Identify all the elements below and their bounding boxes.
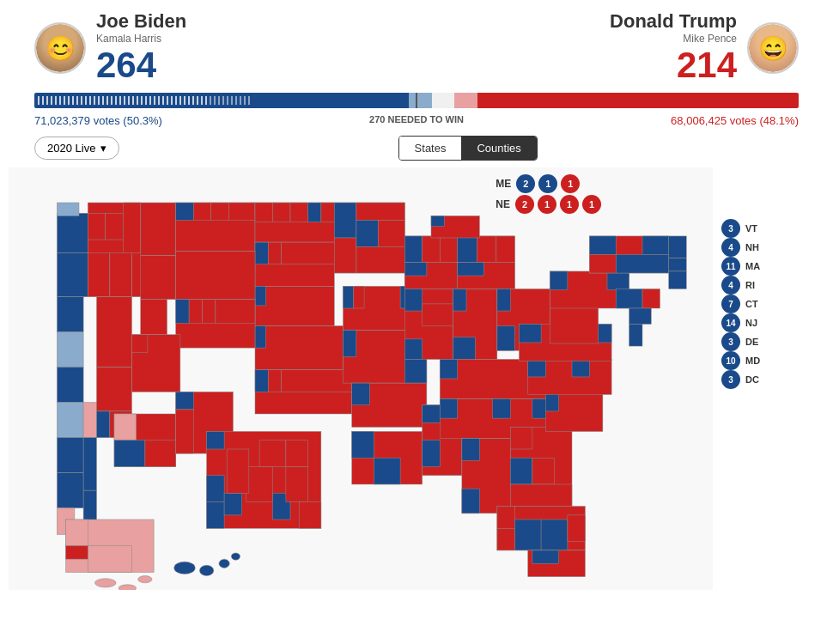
alabama-counties [462, 439, 510, 513]
ev-badge-ct: 7 [721, 295, 740, 313]
svg-rect-118 [458, 263, 484, 276]
svg-rect-32 [228, 203, 255, 221]
svg-rect-115 [477, 236, 496, 263]
state-abbr-md: MD [745, 355, 760, 366]
svg-rect-132 [462, 489, 480, 513]
ne-ev-1c: 1 [582, 195, 601, 214]
svg-rect-79 [334, 203, 356, 238]
controls-row: 2020 Live ▾ States Counties [0, 127, 833, 167]
colorado-counties [176, 300, 255, 348]
svg-rect-150 [572, 359, 590, 377]
me-ev-2: 2 [516, 174, 535, 193]
ev-badge-nj: 14 [721, 313, 740, 332]
svg-rect-40 [255, 242, 268, 264]
svg-rect-131 [462, 439, 480, 461]
svg-rect-27 [141, 300, 167, 335]
svg-rect-139 [497, 507, 515, 529]
state-ev-row-dc: 3DC [721, 370, 824, 389]
state-abbr-ct: CT [745, 299, 758, 309]
south-dakota-counties [255, 242, 334, 286]
svg-rect-173 [88, 546, 131, 573]
svg-rect-147 [545, 392, 558, 411]
svg-rect-65 [207, 502, 225, 529]
svg-rect-142 [568, 515, 586, 542]
ev-badge-nh: 4 [721, 238, 740, 257]
state-ev-row-ri: 4RI [721, 276, 824, 295]
svg-rect-96 [374, 458, 400, 484]
svg-point-178 [174, 562, 196, 574]
state-ev-row-nj: 14NJ [721, 313, 824, 332]
kansas-counties [255, 326, 344, 370]
svg-rect-158 [607, 271, 629, 290]
states-toggle[interactable]: States [399, 137, 462, 160]
svg-rect-50 [189, 300, 202, 324]
svg-rect-149 [528, 359, 546, 377]
ne-ev-2: 2 [515, 195, 534, 214]
svg-rect-161 [642, 236, 669, 255]
ev-badge-ri: 4 [721, 276, 740, 295]
svg-rect-22 [97, 368, 132, 411]
svg-rect-123 [497, 326, 515, 351]
svg-rect-37 [308, 203, 321, 222]
state-ev-row-ma: 11MA [721, 257, 824, 276]
biden-name: Joe Biden [96, 10, 186, 33]
illinois-counties [404, 289, 453, 359]
counties-toggle[interactable]: Counties [461, 137, 536, 160]
svg-rect-111 [453, 289, 466, 311]
trump-candidate: 😄 Donald Trump Mike Pence 214 [610, 10, 799, 86]
svg-rect-169 [629, 308, 652, 324]
georgia-counties [510, 427, 572, 506]
state-abbr-nh: NH [745, 242, 759, 252]
svg-rect-76 [268, 370, 281, 392]
svg-rect-61 [176, 410, 194, 453]
svg-rect-84 [356, 246, 404, 273]
svg-rect-164 [669, 236, 687, 258]
ne-ev-1b: 1 [560, 195, 579, 214]
ne-ev-1a: 1 [538, 195, 556, 214]
svg-rect-170 [629, 324, 642, 346]
svg-rect-5 [106, 213, 124, 240]
oregon-counties [57, 252, 142, 296]
svg-rect-116 [496, 236, 515, 263]
svg-rect-143 [497, 528, 515, 550]
svg-rect-52 [216, 300, 255, 324]
svg-rect-35 [273, 203, 291, 222]
biden-info: Joe Biden Kamala Harris 264 [96, 10, 186, 86]
svg-rect-1 [57, 213, 88, 252]
svg-point-176 [119, 585, 137, 590]
chevron-down-icon: ▾ [100, 142, 106, 155]
svg-rect-114 [458, 236, 477, 263]
svg-point-175 [94, 579, 116, 587]
svg-rect-77 [282, 370, 352, 392]
indiana-counties [453, 289, 497, 359]
svg-rect-25 [141, 203, 176, 256]
svg-rect-105 [404, 263, 427, 276]
svg-rect-11 [57, 297, 83, 332]
svg-rect-18 [83, 403, 96, 438]
svg-rect-43 [255, 286, 334, 325]
map-view-toggle: States Counties [398, 136, 538, 161]
us-map-svg [9, 167, 713, 590]
svg-rect-125 [440, 359, 458, 379]
svg-rect-9 [110, 252, 132, 296]
new-york-counties [590, 236, 669, 273]
svg-rect-75 [255, 370, 268, 392]
utah-counties [132, 335, 180, 392]
svg-rect-23 [97, 411, 110, 438]
svg-rect-4 [88, 213, 106, 240]
svg-rect-31 [211, 203, 229, 221]
svg-rect-45 [255, 326, 344, 370]
year-selector[interactable]: 2020 Live ▾ [34, 137, 119, 160]
state-abbr-de: DE [745, 337, 758, 347]
me-district-row: ME 2 1 1 [496, 174, 601, 193]
wyoming-counties [176, 251, 255, 299]
me-ev-1b: 1 [561, 174, 580, 193]
washington-counties [57, 203, 140, 256]
svg-rect-69 [286, 440, 308, 467]
biden-avatar: 😊 [34, 22, 86, 74]
svg-rect-168 [642, 289, 660, 308]
svg-rect-127 [440, 399, 458, 419]
svg-rect-141 [541, 519, 568, 550]
svg-rect-41 [268, 242, 281, 264]
ev-badge-dc: 3 [721, 370, 740, 389]
